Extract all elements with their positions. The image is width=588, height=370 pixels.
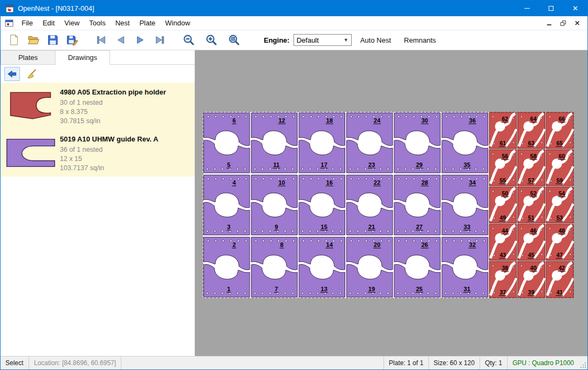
tab-plates[interactable]: Plates (1, 50, 56, 64)
part-number-label[interactable]: 66 (558, 116, 565, 122)
part-number-label[interactable]: 26 (421, 241, 428, 248)
part-number-label[interactable]: 52 (530, 190, 537, 197)
part-number-label[interactable]: 27 (416, 224, 422, 230)
nested-part-pair-red[interactable]: 6261 (489, 112, 517, 149)
nested-part-pair-red[interactable]: 5049 (489, 187, 517, 223)
tab-drawings[interactable]: Drawings (55, 50, 110, 65)
part-number-label[interactable]: 65 (556, 140, 563, 146)
part-number-label[interactable]: 47 (556, 252, 563, 258)
nested-part-pair-red[interactable]: 5655 (489, 150, 517, 186)
menu-item-tools[interactable]: Tools (84, 16, 110, 30)
menu-item-edit[interactable]: Edit (38, 16, 59, 30)
zoom-out-button[interactable] (181, 32, 197, 48)
part-number-label[interactable]: 39 (528, 289, 535, 295)
prev-plate-button[interactable] (113, 32, 129, 48)
part-number-label[interactable]: 58 (530, 153, 537, 159)
part-number-label[interactable]: 56 (502, 153, 508, 159)
drawing-list-item[interactable]: 5019 A10 UHMW guide Rev. A 36 of 1 neste… (1, 130, 195, 177)
new-button[interactable] (6, 32, 22, 48)
part-number-label[interactable]: 18 (326, 117, 333, 124)
part-number-label[interactable]: 54 (558, 190, 565, 197)
nested-part-pair-red[interactable]: 6665 (546, 112, 573, 149)
nested-part-pair-red[interactable]: 5857 (518, 150, 545, 186)
mdi-close-button[interactable]: ✕ (570, 17, 584, 29)
part-number-label[interactable]: 3 (227, 224, 230, 230)
part-number-label[interactable]: 9 (275, 224, 278, 230)
menu-item-nest[interactable]: Nest (111, 16, 135, 30)
menu-item-file[interactable]: File (17, 16, 38, 30)
clear-button[interactable] (24, 67, 39, 81)
close-button[interactable]: ✕ (563, 1, 587, 16)
menu-item-plate[interactable]: Plate (134, 16, 160, 30)
nested-part-pair-red[interactable]: 5453 (546, 187, 573, 223)
part-number-label[interactable]: 4 (233, 179, 236, 186)
resize-grip[interactable] (579, 356, 587, 369)
part-number-label[interactable]: 11 (274, 162, 280, 168)
part-number-label[interactable]: 44 (502, 227, 508, 234)
part-number-label[interactable]: 45 (528, 252, 535, 258)
part-number-label[interactable]: 36 (469, 117, 476, 124)
part-number-label[interactable]: 6 (233, 117, 236, 124)
part-number-label[interactable]: 50 (502, 190, 508, 197)
nested-part-pair-red[interactable]: 4443 (489, 224, 517, 260)
nested-part-pair-red[interactable]: 3837 (489, 261, 517, 298)
nested-part-pair-red[interactable]: 6059 (546, 150, 573, 186)
part-number-label[interactable]: 21 (368, 224, 375, 230)
minimize-button[interactable] (515, 1, 539, 16)
part-number-label[interactable]: 29 (416, 162, 422, 168)
remnants-button[interactable]: Remnants (400, 34, 440, 46)
part-number-label[interactable]: 35 (464, 162, 470, 168)
maximize-button[interactable] (539, 1, 563, 16)
nested-part-pair-red[interactable]: 4847 (546, 224, 573, 260)
auto-nest-button[interactable]: Auto Nest (356, 34, 395, 46)
part-number-label[interactable]: 33 (464, 224, 470, 230)
part-number-label[interactable]: 34 (469, 179, 476, 186)
part-number-label[interactable]: 25 (416, 286, 422, 292)
zoom-fit-button[interactable] (226, 32, 242, 48)
save-as-button[interactable] (64, 32, 80, 48)
menu-item-view[interactable]: View (59, 16, 84, 30)
part-number-label[interactable]: 20 (374, 241, 380, 248)
part-number-label[interactable]: 38 (502, 265, 508, 271)
part-number-label[interactable]: 7 (275, 286, 278, 292)
part-number-label[interactable]: 49 (500, 214, 506, 221)
part-number-label[interactable]: 19 (368, 286, 375, 292)
save-button[interactable] (45, 32, 61, 48)
part-number-label[interactable]: 51 (528, 214, 535, 221)
mdi-minimize-button[interactable] (542, 17, 556, 29)
part-number-label[interactable]: 48 (558, 227, 565, 234)
return-to-drawings-button[interactable] (4, 67, 20, 81)
part-number-label[interactable]: 64 (530, 116, 537, 122)
document-icon[interactable] (5, 19, 13, 28)
part-number-label[interactable]: 22 (374, 179, 380, 186)
last-plate-button[interactable] (152, 32, 168, 48)
part-number-label[interactable]: 1 (227, 286, 230, 292)
part-number-label[interactable]: 31 (464, 286, 470, 292)
part-number-label[interactable]: 30 (421, 117, 428, 124)
part-number-label[interactable]: 46 (530, 227, 537, 234)
part-number-label[interactable]: 40 (530, 265, 537, 271)
part-number-label[interactable]: 13 (321, 286, 327, 292)
part-number-label[interactable]: 10 (278, 179, 285, 186)
mdi-restore-button[interactable] (556, 17, 570, 29)
part-number-label[interactable]: 55 (500, 177, 506, 184)
part-number-label[interactable]: 43 (500, 252, 506, 258)
title-bar[interactable]: OpenNest - [N0317-004] ✕ (1, 1, 587, 16)
part-number-label[interactable]: 17 (321, 162, 327, 168)
nested-part-pair-red[interactable]: 5251 (518, 187, 545, 223)
part-number-label[interactable]: 59 (556, 177, 563, 184)
part-number-label[interactable]: 63 (528, 140, 535, 146)
part-number-label[interactable]: 57 (528, 177, 535, 184)
nested-part-pair-red[interactable]: 4241 (546, 261, 573, 298)
part-number-label[interactable]: 16 (326, 179, 333, 186)
nested-part-pair-red[interactable]: 6463 (518, 112, 545, 149)
part-number-label[interactable]: 12 (278, 117, 285, 124)
part-number-label[interactable]: 2 (233, 241, 236, 248)
part-number-label[interactable]: 15 (321, 224, 327, 230)
menu-item-window[interactable]: Window (160, 16, 195, 30)
part-number-label[interactable]: 61 (500, 140, 506, 146)
zoom-in-button[interactable] (203, 32, 220, 48)
nested-part-pair-red[interactable]: 4039 (518, 261, 545, 298)
part-number-label[interactable]: 8 (280, 241, 283, 248)
part-number-label[interactable]: 14 (326, 241, 333, 248)
